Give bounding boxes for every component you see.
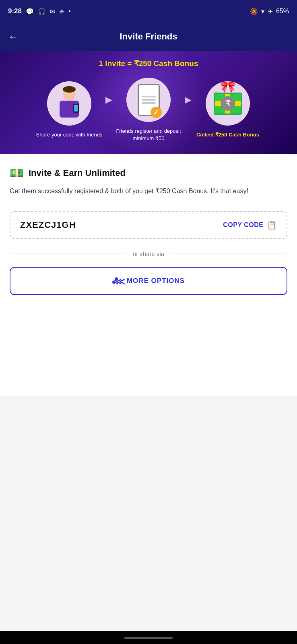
steps-row: Share your code with friends ▶ ✓ Fri bbox=[8, 78, 289, 142]
phone-line-1 bbox=[142, 96, 156, 97]
step-2-icon: ✓ bbox=[126, 78, 171, 122]
phone-wrap: ✓ bbox=[138, 84, 160, 116]
copy-label: COPY CODE bbox=[223, 221, 263, 229]
gift-bow: 🎀 bbox=[220, 81, 236, 93]
arrow-1: ▶ bbox=[105, 95, 112, 105]
earn-title-row: 💵 Invite & Earn Unlimited bbox=[10, 166, 287, 180]
copy-code-button[interactable]: COPY CODE 📋 bbox=[223, 220, 277, 230]
invite-banner: 1 Invite = ₹250 Cash Bonus Share your co bbox=[0, 51, 297, 154]
bell-off-icon: 🔕 bbox=[250, 8, 258, 15]
phone-check-icon: ✓ bbox=[151, 107, 162, 118]
more-options-button[interactable]: ⋘ MORE OPTIONS bbox=[10, 267, 287, 295]
step-3: ✦ ✦ 🎀 ₹ Collect ₹250 Cash Bonus bbox=[192, 81, 264, 138]
or-share-row: or share via bbox=[10, 250, 287, 257]
headset-icon: 🎧 bbox=[38, 8, 46, 15]
wifi-icon: ▾ bbox=[261, 8, 264, 15]
earn-description: Get them successfully registered & both … bbox=[10, 186, 287, 196]
main-content: 💵 Invite & Earn Unlimited Get them succe… bbox=[0, 154, 297, 396]
status-bar: 9:28 💬 🎧 ✉ ✳ • 🔕 ▾ ✈ 65% bbox=[0, 0, 297, 23]
arrow-2: ▶ bbox=[185, 95, 192, 105]
bottom-bar bbox=[0, 631, 297, 644]
wifi-symbol-icon: ✳ bbox=[59, 8, 64, 15]
phone-line-3 bbox=[142, 102, 156, 104]
header: ← Invite Friends bbox=[0, 23, 297, 51]
whatsapp-icon: 💬 bbox=[26, 8, 34, 15]
gmail-icon: ✉ bbox=[50, 8, 55, 15]
phone-line-2 bbox=[142, 99, 156, 101]
status-right: 🔕 ▾ ✈ 65% bbox=[250, 8, 289, 15]
copy-icon: 📋 bbox=[267, 220, 277, 230]
referral-code-box: ZXEZCJ1GH COPY CODE 📋 bbox=[10, 211, 287, 239]
home-indicator bbox=[124, 637, 173, 639]
svg-point-1 bbox=[63, 86, 76, 93]
earn-title: Invite & Earn Unlimited bbox=[29, 168, 126, 178]
phone-lines bbox=[142, 94, 156, 105]
divider-left bbox=[10, 254, 126, 254]
or-text: or share via bbox=[133, 250, 164, 257]
dot-icon: • bbox=[68, 8, 71, 15]
step-2: ✓ Friends register and deposit minimum ₹… bbox=[112, 78, 185, 142]
battery-icon: 65% bbox=[276, 8, 289, 15]
step-1-label: Share your code with friends bbox=[36, 131, 103, 138]
back-button[interactable]: ← bbox=[8, 31, 19, 42]
status-time: 9:28 bbox=[8, 7, 22, 15]
share-icon: ⋘ bbox=[112, 277, 121, 285]
step-1: Share your code with friends bbox=[33, 81, 105, 138]
divider-right bbox=[171, 254, 287, 254]
step-3-icon: ✦ ✦ 🎀 ₹ bbox=[206, 81, 250, 126]
step-1-icon bbox=[47, 81, 91, 126]
referral-code: ZXEZCJ1GH bbox=[20, 220, 76, 230]
airplane-icon: ✈ bbox=[268, 8, 273, 15]
step-3-label: Collect ₹250 Cash Bonus bbox=[196, 131, 259, 138]
banner-title: 1 Invite = ₹250 Cash Bonus bbox=[8, 59, 289, 68]
gift-box: ₹ bbox=[214, 93, 242, 115]
rupee-circle: ₹ bbox=[221, 96, 235, 111]
step-2-label: Friends register and deposit minimum ₹50 bbox=[112, 128, 185, 142]
money-bag-icon: 💵 bbox=[10, 166, 24, 180]
status-left: 9:28 💬 🎧 ✉ ✳ • bbox=[8, 7, 71, 15]
gift-wrap: ✦ ✦ 🎀 ₹ bbox=[214, 93, 242, 115]
more-options-label: MORE OPTIONS bbox=[127, 277, 185, 285]
page-title: Invite Friends bbox=[27, 31, 270, 42]
phone-shape: ✓ bbox=[138, 84, 160, 116]
svg-rect-4 bbox=[74, 105, 78, 111]
